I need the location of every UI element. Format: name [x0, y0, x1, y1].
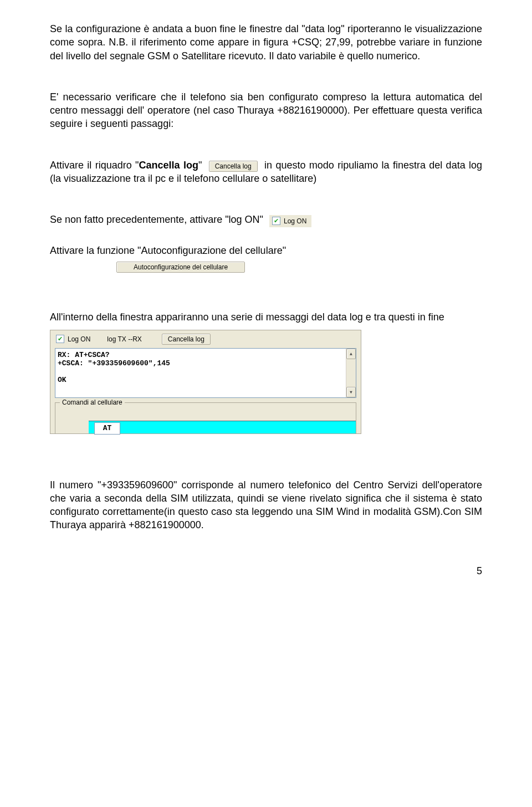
text-fragment: " [198, 160, 206, 171]
scroll-up-icon[interactable]: ▲ [346, 349, 356, 359]
paragraph-verify: E' necessario verificare che il telefono… [50, 90, 482, 131]
scroll-down-icon[interactable]: ▼ [346, 387, 356, 397]
page-number: 5 [50, 565, 482, 577]
log-content: RX: AT+CSCA? +CSCA: "+393359609600",145 … [58, 351, 170, 384]
cyan-bar [89, 421, 356, 433]
checkbox-icon: ✔ [56, 335, 64, 343]
scrollbar[interactable]: ▲▼ [346, 349, 356, 397]
checkbox-label: Log ON [68, 335, 90, 343]
log-textarea[interactable]: RX: AT+CSCA? +CSCA: "+393359609600",145 … [55, 348, 356, 398]
comandi-fieldset: Comandi al cellulare AT [55, 402, 356, 433]
logon-checkbox-inline[interactable]: ✔ Log ON [269, 215, 311, 227]
at-input[interactable]: AT [94, 422, 120, 435]
paragraph-intro: Se la configurazione è andata a buon fin… [50, 22, 482, 63]
text-bold: Cancella log [139, 160, 198, 171]
paragraph-messages: All'interno della finestra appariranno u… [50, 310, 482, 324]
fieldset-legend: Comandi al cellulare [60, 399, 125, 406]
cancella-log-button-inline[interactable]: Cancella log [209, 161, 258, 172]
checkbox-icon: ✔ [272, 217, 280, 225]
cancella-line: Attivare il riquadro "Cancella log" Canc… [50, 159, 482, 186]
checkbox-label: Log ON [284, 217, 306, 226]
text-fragment: Attivare il riquadro " [50, 160, 139, 171]
log-txrx-label: log TX --RX [107, 335, 141, 343]
autoconfig-button[interactable]: Autoconfigurazione del cellulare [116, 262, 245, 273]
panel-toolbar: ✔ Log ON log TX --RX Cancella log [50, 330, 361, 348]
logon-checkbox-panel[interactable]: ✔ Log ON [56, 335, 90, 343]
document-page: Se la configurazione è andata a buon fin… [0, 0, 532, 594]
logon-line: Se non fatto precedentemente, attivare "… [50, 213, 482, 227]
text-fragment: Se non fatto precedentemente, attivare "… [50, 214, 266, 225]
paragraph-last: Il numero "+393359609600" corrisponde al… [50, 478, 482, 532]
ui-screenshot-panel: ✔ Log ON log TX --RX Cancella log RX: AT… [50, 330, 361, 434]
autoconfig-line: Attivare la funzione "Autoconfigurazione… [50, 244, 482, 257]
cancella-log-button-panel[interactable]: Cancella log [162, 334, 211, 345]
